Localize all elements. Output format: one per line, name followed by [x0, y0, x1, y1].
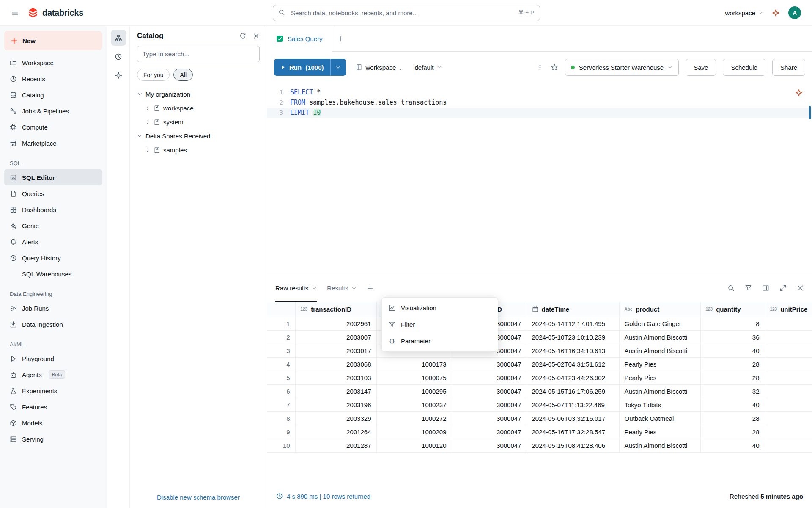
close-catalog-button[interactable]	[253, 33, 260, 39]
warehouse-selector[interactable]: Serverless Starter Warehouse	[565, 59, 679, 76]
sidebar-item-label: Experiments	[22, 387, 57, 395]
sidebar-item-query-history[interactable]: Query History	[4, 250, 102, 266]
sidebar-item-catalog[interactable]: Catalog	[4, 87, 102, 103]
filter-chip-for-you[interactable]: For you	[137, 69, 170, 81]
sidebar-item-models[interactable]: Models	[4, 415, 102, 431]
editor-scrollbar-marker[interactable]	[809, 106, 811, 119]
catalog-panel-title: Catalog	[137, 32, 163, 40]
sidebar-item-playground[interactable]: Playground	[4, 351, 102, 367]
chevdown-icon	[351, 286, 357, 291]
cell-datetime: 2024-05-14T12:17:01.495	[527, 317, 619, 330]
column-header-datetime[interactable]: dateTime	[527, 302, 619, 317]
run-options-button[interactable]	[330, 59, 346, 76]
assistant-button[interactable]	[772, 9, 780, 17]
tree-item-label: system	[163, 119, 184, 126]
cell-quantity: 40	[700, 344, 765, 357]
sql-code-editor[interactable]: 1SELECT *2FROM samples.bakehouse.sales_t…	[267, 83, 812, 274]
query-timing: 4 s 890 ms | 10 rows returned	[276, 493, 370, 500]
tab-sales-query[interactable]: Sales Query	[267, 26, 332, 52]
results-toolbar: Raw results Results	[267, 274, 812, 302]
sidebar-item-job-runs[interactable]: Job Runs	[4, 300, 102, 316]
tab-results[interactable]: Results	[327, 274, 357, 302]
share-button[interactable]: Share	[772, 59, 805, 76]
cube-icon	[10, 420, 17, 427]
ingest-icon	[10, 321, 17, 328]
cell-product: Tokyo Tidbits	[619, 398, 700, 411]
sidebar-item-sql-warehouses[interactable]: SQL Warehouses	[4, 266, 102, 282]
warehouse-status-dot	[571, 66, 575, 69]
schedule-button[interactable]: Schedule	[723, 59, 765, 76]
avatar[interactable]: A	[788, 6, 801, 19]
run-button[interactable]: Run (1000)	[274, 59, 330, 76]
tree-item-workspace[interactable]: workspace	[130, 101, 267, 115]
menu-item-parameter[interactable]: {}Parameter	[382, 333, 498, 349]
search-results-button[interactable]	[727, 284, 735, 292]
sidebar-item-features[interactable]: Features	[4, 399, 102, 415]
cell-unitprice	[765, 398, 812, 411]
sidebar-item-genie[interactable]: Genie	[4, 218, 102, 234]
sidebar-item-queries[interactable]: Queries	[4, 185, 102, 202]
sidebar-item-experiments[interactable]: Experiments	[4, 383, 102, 399]
tab-raw-results[interactable]: Raw results	[275, 274, 317, 302]
search-icon	[727, 284, 735, 292]
editor-assistant-button[interactable]	[795, 89, 803, 98]
global-search-input[interactable]	[273, 5, 540, 21]
tree-item-system[interactable]: system	[130, 115, 267, 129]
favorite-button[interactable]	[551, 64, 558, 71]
disable-schema-browser-link[interactable]: Disable new schema browser	[130, 494, 267, 501]
chevright-icon	[145, 147, 151, 153]
catalog-search-input[interactable]	[137, 46, 260, 62]
sidebar-item-data-ingestion[interactable]: Data Ingestion	[4, 316, 102, 332]
sidebar-nav: New WorkspaceRecentsCatalogJobs & Pipeli…	[0, 26, 107, 508]
filter-chip-all[interactable]: All	[173, 69, 193, 81]
add-results-panel-button[interactable]	[367, 285, 373, 292]
save-button[interactable]: Save	[686, 59, 716, 76]
databricks-logo[interactable]: databricks	[27, 7, 83, 18]
row-number: 8	[267, 411, 295, 425]
assistant-rail-button[interactable]	[111, 67, 126, 83]
close-results-button[interactable]	[797, 284, 804, 292]
cell-transactionid: 2001264	[295, 425, 376, 439]
sidebar-toggle-button[interactable]	[11, 9, 19, 17]
sidebar-item-agents[interactable]: AgentsBeta	[4, 367, 102, 383]
sidebar-item-workspace[interactable]: Workspace	[4, 55, 102, 71]
refresh-catalog-button[interactable]	[239, 33, 246, 39]
sidebar-item-marketplace[interactable]: Marketplace	[4, 135, 102, 151]
workspace-menu[interactable]: workspace	[725, 9, 763, 17]
new-query-tab-button[interactable]	[337, 36, 344, 42]
tree-item-samples[interactable]: samples	[130, 143, 267, 157]
kebab-icon	[536, 64, 544, 71]
history-rail-button[interactable]	[111, 49, 126, 64]
number-type-icon: 123	[301, 307, 308, 312]
column-header-transactionid[interactable]: 123transactionID	[295, 302, 376, 317]
column-header-label: dateTime	[542, 306, 570, 313]
toggle-panel-button[interactable]	[762, 284, 769, 292]
sidebar-item-sql-editor[interactable]: SQL Editor	[4, 169, 102, 185]
column-header-product[interactable]: Abcproduct	[619, 302, 700, 317]
sidebar-item-label: Catalog	[22, 91, 44, 99]
cell-quantity: 40	[700, 398, 765, 411]
schema-browser-rail-button[interactable]	[111, 30, 126, 46]
sidebar-item-alerts[interactable]: Alerts	[4, 234, 102, 250]
sidebar-item-dashboards[interactable]: Dashboards	[4, 202, 102, 218]
sidebar-item-serving[interactable]: Serving	[4, 431, 102, 447]
menu-item-visualization[interactable]: Visualization	[382, 300, 498, 316]
new-button[interactable]: New	[4, 31, 102, 50]
sidebar-item-recents[interactable]: Recents	[4, 71, 102, 87]
sidebar-item-label: Compute	[22, 124, 48, 131]
row-number: 3	[267, 344, 295, 357]
cell-customerid: 1000237	[376, 398, 452, 411]
filter-results-button[interactable]	[745, 284, 752, 292]
column-header-unitprice[interactable]: 123unitPrice	[765, 302, 812, 317]
tree-group-my-organization[interactable]: My organization	[130, 87, 267, 101]
cell-transactionid: 2003103	[295, 371, 376, 384]
fullscreen-results-button[interactable]	[779, 284, 787, 292]
menu-item-filter[interactable]: Filter	[382, 316, 498, 333]
sidebar-item-compute[interactable]: Compute	[4, 119, 102, 135]
chevdown-icon	[312, 286, 317, 291]
sidebar-item-jobs-pipelines[interactable]: Jobs & Pipelines	[4, 103, 102, 119]
column-header-quantity[interactable]: 123quantity	[700, 302, 765, 317]
more-options-button[interactable]	[536, 64, 544, 71]
catalog-schema-selector[interactable]: workspace . default	[356, 64, 442, 71]
tree-group-delta-shares-received[interactable]: Delta Shares Received	[130, 129, 267, 143]
